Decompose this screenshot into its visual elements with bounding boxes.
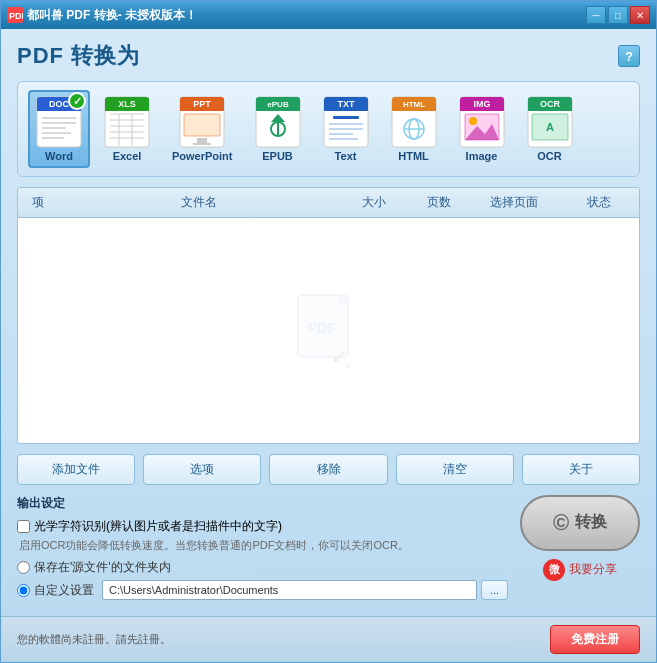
html-icon-container: HTML bbox=[391, 96, 437, 148]
svg-text:PDF: PDF bbox=[9, 11, 23, 21]
options-button[interactable]: 选项 bbox=[143, 454, 261, 485]
remove-button[interactable]: 移除 bbox=[269, 454, 387, 485]
svg-rect-26 bbox=[184, 114, 220, 136]
browse-button[interactable]: ... bbox=[481, 580, 508, 600]
svg-rect-28 bbox=[193, 143, 211, 145]
ocr-icon: OCR A bbox=[527, 96, 573, 148]
convert-button[interactable]: © 转换 bbox=[520, 495, 640, 551]
epub-icon: ePUB bbox=[255, 96, 301, 148]
active-check: ✓ bbox=[68, 92, 86, 110]
pdf-watermark: PDF ↙ + bbox=[296, 293, 361, 368]
ppt-label: PowerPoint bbox=[172, 150, 233, 162]
ocr-label: 光学字符识别(辨认图片或者是扫描件中的文字) bbox=[34, 518, 282, 535]
ocr-label: OCR bbox=[537, 150, 561, 162]
epub-label: EPUB bbox=[262, 150, 293, 162]
radio-custom-row: 自定义设置 ... bbox=[17, 580, 508, 600]
format-epub[interactable]: ePUB EPUB bbox=[247, 90, 309, 168]
col-pages: 页数 bbox=[409, 192, 469, 213]
pdf-watermark-icon: PDF ↙ + bbox=[296, 293, 361, 368]
col-select: 选择页面 bbox=[469, 192, 559, 213]
epub-icon-container: ePUB bbox=[255, 96, 301, 148]
svg-text:DOC: DOC bbox=[49, 99, 70, 109]
output-path-input[interactable] bbox=[102, 580, 477, 600]
ppt-icon-container: PPT bbox=[179, 96, 225, 148]
output-title: 输出设定 bbox=[17, 495, 508, 512]
output-left: 输出设定 光学字符识别(辨认图片或者是扫描件中的文字) 启用OCR功能会降低转换… bbox=[17, 495, 508, 604]
col-status: 状态 bbox=[559, 192, 639, 213]
format-text[interactable]: TXT Text bbox=[315, 90, 377, 168]
convert-icon: © bbox=[553, 510, 569, 536]
output-right: © 转换 微 我要分享 bbox=[520, 495, 640, 581]
share-label: 我要分享 bbox=[569, 561, 617, 578]
svg-rect-40 bbox=[333, 116, 359, 119]
svg-rect-67 bbox=[338, 295, 348, 305]
html-icon: HTML bbox=[391, 96, 437, 148]
svg-text:HTML: HTML bbox=[402, 100, 424, 109]
text-icon: TXT bbox=[323, 96, 369, 148]
help-button[interactable]: ? bbox=[618, 45, 640, 67]
svg-text:XLS: XLS bbox=[118, 99, 136, 109]
main-window: PDF 都叫兽 PDF 转换- 未授权版本！ ─ □ ✕ PDF 转换为 ? bbox=[0, 0, 657, 663]
image-label: Image bbox=[466, 150, 498, 162]
app-icon: PDF bbox=[7, 7, 23, 23]
col-num: 项 bbox=[18, 192, 58, 213]
close-button[interactable]: ✕ bbox=[630, 6, 650, 24]
text-label: Text bbox=[335, 150, 357, 162]
html-label: HTML bbox=[398, 150, 429, 162]
excel-icon: XLS bbox=[104, 96, 150, 148]
table-body: PDF ↙ + bbox=[18, 218, 639, 443]
file-table: 项 文件名 大小 页数 选择页面 状态 PDF ↙ + bbox=[17, 187, 640, 444]
format-ocr[interactable]: OCR A OCR bbox=[519, 90, 581, 168]
radio-custom[interactable] bbox=[17, 584, 30, 597]
svg-text:OCR: OCR bbox=[540, 99, 561, 109]
format-word[interactable]: DOC ✓ Word bbox=[28, 90, 90, 168]
window-controls: ─ □ ✕ bbox=[586, 6, 650, 24]
ppt-icon: PPT bbox=[179, 96, 225, 148]
title-bar: PDF 都叫兽 PDF 转换- 未授权版本！ ─ □ ✕ bbox=[1, 1, 656, 29]
minimize-button[interactable]: ─ bbox=[586, 6, 606, 24]
svg-text:TXT: TXT bbox=[337, 99, 355, 109]
text-icon-container: TXT bbox=[323, 96, 369, 148]
image-icon-container: IMG bbox=[459, 96, 505, 148]
window-title: 都叫兽 PDF 转换- 未授权版本！ bbox=[27, 7, 197, 24]
format-bar: DOC ✓ Word bbox=[17, 81, 640, 177]
ocr-checkbox-row: 光学字符识别(辨认图片或者是扫描件中的文字) bbox=[17, 518, 508, 535]
image-icon: IMG bbox=[459, 96, 505, 148]
footer: 您的軟體尚未註冊。請先註冊。 免费注册 bbox=[1, 616, 656, 662]
format-html[interactable]: HTML HTML bbox=[383, 90, 445, 168]
add-file-button[interactable]: 添加文件 bbox=[17, 454, 135, 485]
convert-label: 转换 bbox=[575, 512, 607, 533]
output-section: 输出设定 光学字符识别(辨认图片或者是扫描件中的文字) 启用OCR功能会降低转换… bbox=[17, 495, 640, 604]
share-button[interactable]: 微 我要分享 bbox=[543, 559, 617, 581]
header-section: PDF 转换为 ? bbox=[17, 41, 640, 71]
svg-text:A: A bbox=[546, 121, 554, 133]
format-excel[interactable]: XLS Excel bbox=[96, 90, 158, 168]
svg-point-57 bbox=[469, 117, 477, 125]
radio-source-row: 保存在'源文件'的文件夹内 bbox=[17, 559, 508, 576]
ocr-hint: 启用OCR功能会降低转换速度。当您转换普通的PDF文档时，你可以关闭OCR。 bbox=[19, 538, 508, 553]
excel-label: Excel bbox=[113, 150, 142, 162]
clear-button[interactable]: 清空 bbox=[396, 454, 514, 485]
svg-text:PDF: PDF bbox=[308, 320, 336, 336]
format-ppt[interactable]: PPT PowerPoint bbox=[164, 90, 241, 168]
radio-source[interactable] bbox=[17, 561, 30, 574]
radio-source-label: 保存在'源文件'的文件夹内 bbox=[34, 559, 171, 576]
weibo-icon: 微 bbox=[543, 559, 565, 581]
about-button[interactable]: 关于 bbox=[522, 454, 640, 485]
excel-icon-container: XLS bbox=[104, 96, 150, 148]
ocr-checkbox[interactable] bbox=[17, 520, 30, 533]
page-title: PDF 转换为 bbox=[17, 41, 140, 71]
word-label: Word bbox=[45, 150, 73, 162]
register-button[interactable]: 免费注册 bbox=[550, 625, 640, 654]
svg-text:ePUB: ePUB bbox=[267, 100, 289, 109]
maximize-button[interactable]: □ bbox=[608, 6, 628, 24]
format-image[interactable]: IMG Image bbox=[451, 90, 513, 168]
main-content: PDF 转换为 ? DOC bbox=[1, 29, 656, 616]
svg-text:PPT: PPT bbox=[193, 99, 211, 109]
svg-text:IMG: IMG bbox=[473, 99, 490, 109]
col-size: 大小 bbox=[339, 192, 409, 213]
path-input-row: ... bbox=[102, 580, 508, 600]
col-name: 文件名 bbox=[58, 192, 339, 213]
table-header: 项 文件名 大小 页数 选择页面 状态 bbox=[18, 188, 639, 218]
word-icon-container: DOC ✓ bbox=[36, 96, 82, 148]
